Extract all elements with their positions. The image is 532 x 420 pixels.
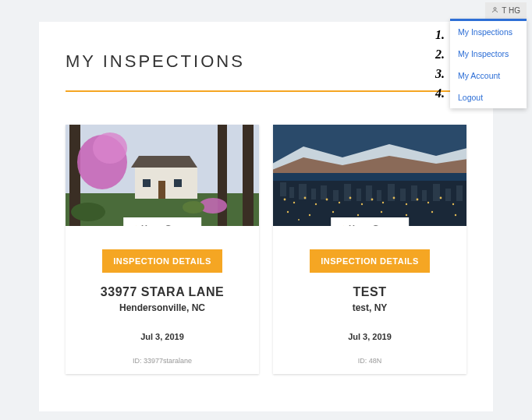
svg-point-14	[183, 201, 204, 214]
inspection-card: ⌂ HomeGauge INSPECTION DETAILS 33977 STA…	[66, 125, 259, 374]
inspection-card: ⌂ HomeGauge INSPECTION DETAILS TEST test…	[273, 125, 466, 374]
svg-rect-29	[366, 185, 372, 201]
svg-point-12	[93, 132, 127, 164]
svg-rect-35	[433, 184, 440, 201]
svg-rect-24	[311, 189, 316, 199]
svg-point-45	[361, 203, 363, 205]
svg-rect-22	[289, 187, 294, 198]
svg-point-52	[440, 197, 442, 199]
svg-point-51	[427, 202, 429, 203]
inspection-id: ID: 48N	[284, 357, 456, 365]
inspection-date: Jul 3, 2019	[76, 332, 248, 341]
svg-rect-25	[321, 185, 327, 199]
svg-point-48	[393, 197, 395, 199]
svg-point-41	[315, 203, 317, 205]
homegauge-icon: ⌂	[133, 222, 139, 226]
svg-rect-28	[356, 189, 361, 201]
user-label: T HG	[502, 6, 520, 15]
annotation-4: 4.	[435, 86, 445, 101]
svg-point-40	[304, 197, 307, 199]
inspection-id: ID: 33977staralane	[76, 357, 248, 365]
svg-rect-26	[333, 190, 339, 201]
svg-point-55	[309, 214, 310, 216]
svg-rect-20	[273, 173, 466, 181]
svg-rect-7	[158, 181, 165, 199]
svg-rect-36	[445, 189, 451, 201]
svg-point-46	[371, 199, 374, 201]
svg-rect-10	[243, 125, 254, 226]
menu-my-inspectors[interactable]: My Inspectors	[450, 43, 527, 65]
svg-point-49	[406, 203, 407, 205]
inspection-date: Jul 3, 2019	[284, 332, 456, 341]
logo-text: HomeGauge	[349, 224, 399, 227]
property-image: ⌂ HomeGauge	[273, 125, 466, 226]
svg-point-38	[284, 199, 286, 201]
inspection-details-button[interactable]: INSPECTION DETAILS	[310, 249, 430, 273]
svg-point-53	[452, 203, 454, 205]
svg-point-47	[382, 202, 384, 203]
property-city: test, NY	[284, 302, 456, 313]
svg-point-62	[298, 219, 300, 221]
menu-logout[interactable]: Logout	[450, 86, 527, 108]
svg-rect-21	[280, 182, 286, 196]
property-image: ⌂ HomeGauge	[66, 125, 259, 226]
svg-rect-30	[377, 190, 381, 201]
svg-rect-5	[143, 179, 151, 187]
logo-badge: ⌂ HomeGauge	[331, 217, 409, 226]
user-icon	[491, 6, 498, 15]
svg-point-39	[293, 202, 295, 203]
annotation-2: 2.	[435, 48, 445, 62]
svg-point-61	[455, 214, 456, 216]
annotation-1: 1.	[435, 28, 445, 42]
svg-point-50	[417, 199, 419, 201]
svg-point-44	[349, 197, 352, 199]
svg-point-60	[431, 211, 433, 213]
svg-rect-37	[456, 185, 463, 201]
menu-my-inspections[interactable]: My Inspections	[450, 21, 527, 43]
svg-marker-4	[131, 156, 197, 168]
svg-point-57	[357, 214, 359, 216]
logo-badge: ⌂ HomeGauge	[123, 217, 201, 226]
logo-text: HomeGauge	[141, 224, 192, 227]
inspections-grid: ⌂ HomeGauge INSPECTION DETAILS 33977 STA…	[66, 125, 466, 374]
svg-point-43	[339, 202, 340, 203]
svg-rect-34	[422, 190, 427, 201]
svg-point-42	[326, 199, 328, 201]
main-panel: MY INSPECTIONS	[39, 22, 493, 411]
svg-rect-33	[411, 185, 417, 201]
title-divider	[66, 90, 466, 92]
svg-rect-6	[174, 179, 182, 187]
svg-point-56	[332, 211, 334, 213]
svg-point-0	[494, 8, 496, 10]
menu-my-account[interactable]: My Account	[450, 65, 527, 86]
svg-point-58	[381, 211, 382, 213]
user-menu-button[interactable]: T HG	[485, 2, 527, 19]
svg-point-15	[71, 203, 105, 221]
page-title: MY INSPECTIONS	[66, 51, 466, 72]
svg-point-54	[287, 211, 289, 213]
user-dropdown: My Inspections My Inspectors My Account …	[450, 19, 527, 108]
homegauge-icon: ⌂	[340, 222, 346, 226]
svg-rect-32	[400, 189, 406, 201]
property-city: Hendersonville, NC	[76, 302, 248, 313]
property-address: 33977 STARA LANE	[76, 285, 248, 299]
inspection-details-button[interactable]: INSPECTION DETAILS	[102, 249, 222, 273]
property-address: TEST	[284, 285, 456, 299]
svg-point-59	[406, 214, 407, 216]
annotation-3: 3.	[435, 67, 445, 81]
